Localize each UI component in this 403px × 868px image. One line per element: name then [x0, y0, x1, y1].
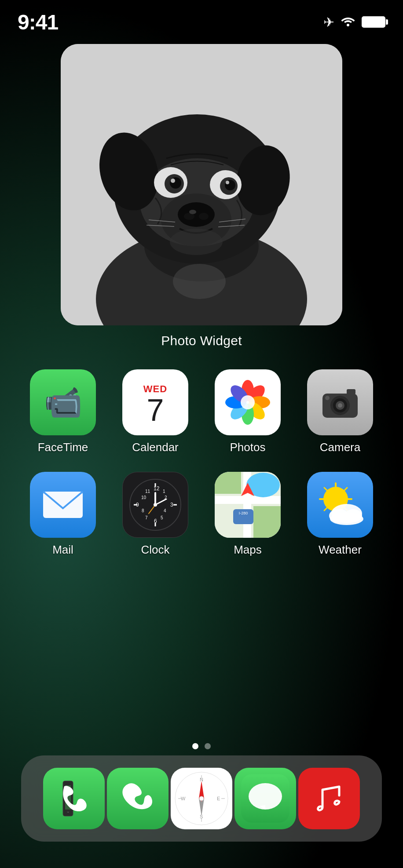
svg-text:6: 6 — [154, 518, 157, 524]
app-mail[interactable]: Mail — [21, 472, 105, 557]
dock-phone[interactable] — [43, 768, 105, 829]
svg-rect-69 — [215, 472, 241, 494]
maps-icon[interactable]: I-280 — [215, 472, 281, 538]
svg-rect-70 — [253, 506, 281, 538]
svg-text:W: W — [181, 796, 186, 801]
app-weather[interactable]: Weather — [298, 472, 382, 557]
dock-music[interactable] — [298, 768, 360, 829]
svg-point-35 — [241, 395, 255, 409]
camera-label: Camera — [320, 441, 360, 454]
airplane-mode-icon: ✈ — [323, 15, 334, 30]
svg-text:3: 3 — [170, 502, 173, 508]
weather-icon[interactable] — [307, 472, 373, 538]
photo-widget[interactable] — [61, 44, 342, 325]
svg-point-20 — [189, 210, 196, 214]
svg-text:9: 9 — [136, 502, 139, 508]
widget-label: Photo Widget — [61, 333, 342, 348]
calendar-label: Calendar — [132, 441, 179, 454]
app-calendar[interactable]: WED 7 Calendar — [114, 369, 197, 454]
facetime-icon[interactable]: 📹 — [30, 369, 96, 435]
calendar-icon[interactable]: WED 7 — [122, 369, 188, 435]
page-dots — [192, 743, 211, 749]
svg-line-80 — [324, 488, 327, 491]
svg-point-15 — [226, 181, 229, 184]
svg-rect-104 — [305, 774, 353, 823]
svg-text:4: 4 — [164, 508, 166, 513]
status-icons: ✈ — [323, 15, 385, 30]
svg-line-83 — [344, 488, 347, 491]
svg-point-0 — [347, 24, 349, 26]
photos-icon[interactable] — [215, 369, 281, 435]
maps-label: Maps — [234, 543, 262, 557]
svg-point-19 — [199, 213, 209, 220]
dock: N S E W — [21, 755, 382, 842]
app-photos[interactable]: Photos — [206, 369, 289, 454]
app-maps[interactable]: I-280 Maps — [206, 472, 289, 557]
svg-point-21 — [170, 229, 223, 255]
svg-text:11: 11 — [145, 489, 150, 494]
svg-point-26 — [173, 264, 226, 299]
status-bar: 9:41 ✈ — [0, 0, 403, 35]
wifi-icon — [341, 15, 355, 29]
facetime-label: FaceTime — [38, 441, 88, 454]
battery-icon — [362, 16, 385, 28]
mail-icon[interactable] — [30, 472, 96, 538]
dock-phone-clean[interactable] — [107, 768, 169, 829]
widget-area[interactable]: Photo Widget — [61, 44, 342, 348]
calendar-day-number: 7 — [147, 395, 164, 426]
svg-text:7: 7 — [145, 515, 148, 520]
svg-point-17 — [178, 202, 215, 227]
svg-point-12 — [170, 177, 181, 189]
svg-point-14 — [171, 179, 175, 183]
svg-rect-41 — [347, 389, 355, 394]
weather-label: Weather — [319, 543, 362, 557]
svg-text:8: 8 — [142, 508, 144, 513]
svg-text:10: 10 — [141, 495, 147, 500]
svg-text:5: 5 — [161, 515, 163, 520]
facetime-camera-icon: 📹 — [44, 384, 82, 420]
svg-point-65 — [154, 503, 157, 507]
dock-messages[interactable] — [234, 768, 296, 829]
app-grid: 📹 FaceTime WED 7 Calendar — [21, 369, 382, 557]
page-dot-1[interactable] — [192, 743, 198, 749]
svg-text:12: 12 — [154, 485, 160, 492]
svg-point-87 — [330, 513, 363, 525]
mail-label: Mail — [52, 543, 73, 557]
svg-text:1: 1 — [163, 489, 165, 494]
status-time: 9:41 — [18, 10, 58, 34]
svg-text:E: E — [217, 796, 220, 801]
app-facetime[interactable]: 📹 FaceTime — [21, 369, 105, 454]
app-clock[interactable]: 12 3 6 9 1 2 4 5 11 10 8 7 — [114, 472, 197, 557]
clock-icon[interactable]: 12 3 6 9 1 2 4 5 11 10 8 7 — [122, 472, 188, 538]
page-dot-2[interactable] — [205, 743, 211, 749]
svg-point-100 — [199, 796, 204, 801]
clock-label: Clock — [141, 543, 169, 557]
camera-icon[interactable] — [307, 369, 373, 435]
svg-line-82 — [324, 507, 327, 511]
dock-safari[interactable]: N S E W — [171, 768, 232, 829]
svg-point-40 — [338, 403, 342, 408]
svg-point-42 — [325, 396, 330, 400]
svg-text:I-280: I-280 — [239, 511, 248, 515]
photos-label: Photos — [230, 441, 266, 454]
app-camera[interactable]: Camera — [298, 369, 382, 454]
